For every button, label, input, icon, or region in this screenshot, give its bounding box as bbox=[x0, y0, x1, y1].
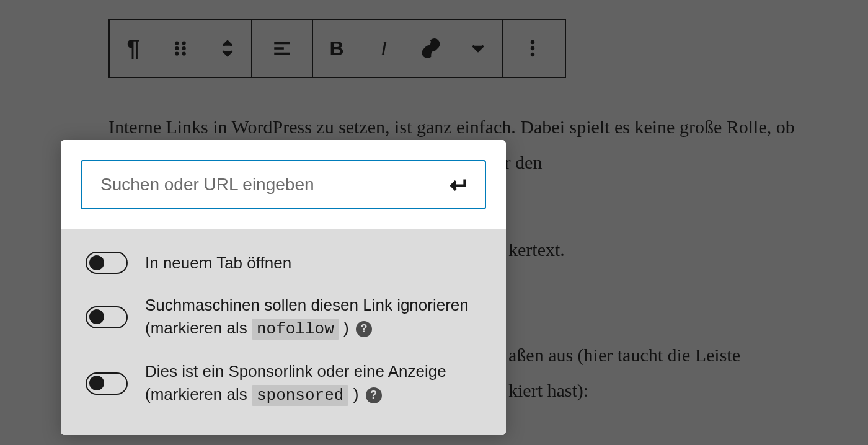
link-button[interactable] bbox=[407, 20, 454, 77]
block-toolbar: ¶ B I bbox=[108, 19, 566, 78]
italic-button[interactable]: I bbox=[360, 20, 407, 77]
toggle-new-tab[interactable] bbox=[86, 252, 128, 274]
label-new-tab: In neuem Tab öffnen bbox=[145, 252, 291, 274]
enter-icon bbox=[447, 174, 468, 195]
svg-point-0 bbox=[175, 42, 179, 45]
sponsored-code: sponsored bbox=[252, 385, 348, 406]
align-left-icon bbox=[272, 38, 293, 59]
drag-icon bbox=[170, 38, 191, 59]
svg-point-4 bbox=[175, 52, 179, 55]
url-input[interactable] bbox=[100, 175, 443, 195]
bold-button[interactable]: B bbox=[313, 20, 360, 77]
bold-icon: B bbox=[329, 37, 343, 60]
align-button[interactable] bbox=[252, 20, 312, 77]
svg-point-2 bbox=[175, 47, 179, 50]
svg-point-1 bbox=[182, 42, 185, 45]
help-icon[interactable]: ? bbox=[356, 321, 372, 337]
url-input-wrap bbox=[81, 160, 486, 209]
more-options-button[interactable] bbox=[503, 20, 562, 77]
nofollow-code: nofollow bbox=[252, 319, 339, 340]
label-sponsored: Dies ist ein Sponsorlink oder eine Anzei… bbox=[145, 360, 481, 407]
svg-point-3 bbox=[182, 47, 185, 50]
move-updown-button[interactable] bbox=[204, 20, 251, 77]
svg-point-9 bbox=[531, 41, 534, 44]
pilcrow-icon: ¶ bbox=[126, 35, 140, 62]
svg-point-11 bbox=[531, 53, 534, 56]
toggle-sponsored[interactable] bbox=[86, 372, 128, 395]
submit-link-button[interactable] bbox=[443, 170, 472, 200]
drag-handle-button[interactable] bbox=[157, 20, 204, 77]
toggle-nofollow[interactable] bbox=[86, 306, 128, 328]
background-text-fragment: aßen aus (hier taucht die Leiste bbox=[508, 345, 740, 366]
svg-point-5 bbox=[182, 52, 185, 55]
paragraph-block-button[interactable]: ¶ bbox=[110, 20, 157, 77]
italic-icon: I bbox=[380, 37, 387, 60]
chevron-updown-icon bbox=[217, 38, 238, 59]
link-settings: In neuem Tab öffnen Suchmaschinen sollen… bbox=[61, 229, 506, 435]
chevron-down-icon bbox=[467, 38, 489, 59]
more-formatting-button[interactable] bbox=[454, 20, 502, 77]
label-nofollow: Suchmaschinen sollen diesen Link ignorie… bbox=[145, 294, 481, 340]
svg-point-10 bbox=[531, 46, 534, 50]
background-text-fragment: kertext. bbox=[508, 239, 565, 260]
help-icon[interactable]: ? bbox=[366, 387, 382, 403]
link-popover: In neuem Tab öffnen Suchmaschinen sollen… bbox=[61, 140, 506, 435]
more-vertical-icon bbox=[522, 38, 543, 59]
link-icon bbox=[420, 38, 441, 59]
background-text-fragment: kiert hast): bbox=[508, 380, 588, 401]
